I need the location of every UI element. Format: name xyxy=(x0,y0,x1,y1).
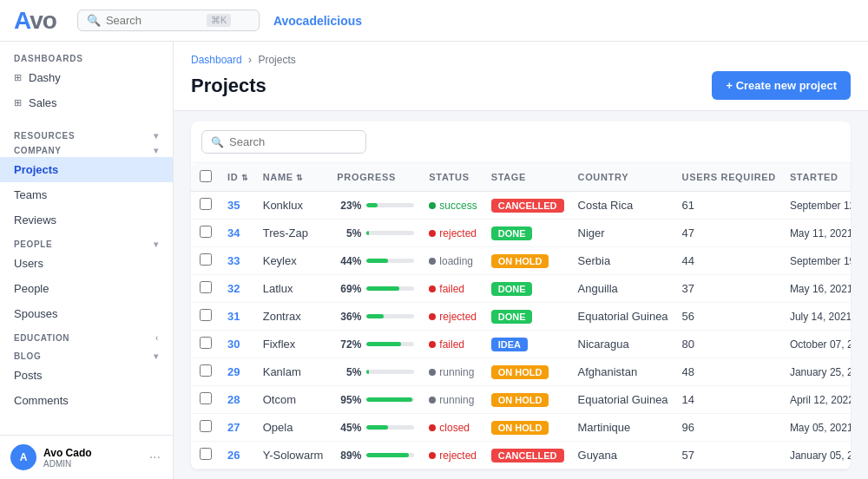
sidebar-item-label: Sales xyxy=(29,96,57,109)
id-link[interactable]: 34 xyxy=(227,226,240,240)
stage-cell: ON HOLD xyxy=(484,358,571,386)
row-checkbox[interactable] xyxy=(200,420,212,432)
progress-cell: 5% xyxy=(330,358,422,386)
started-cell: September 12, 2... xyxy=(783,192,851,220)
id-link[interactable]: 29 xyxy=(227,365,240,378)
country-cell: Afghanistan xyxy=(571,358,675,386)
chevron-icon-company[interactable]: ▾ xyxy=(154,146,159,155)
id-link[interactable]: 31 xyxy=(227,310,240,323)
users-required-cell: 48 xyxy=(675,358,783,386)
row-checkbox[interactable] xyxy=(200,309,212,321)
sort-icon: ⇅ xyxy=(241,174,249,182)
chevron-icon-people[interactable]: ▾ xyxy=(154,240,159,249)
section-label-resources: RESOURCES ▾ xyxy=(0,126,173,142)
name-cell: Tres-Zap xyxy=(256,220,331,247)
id-link[interactable]: 28 xyxy=(227,393,240,406)
subsection-label-people: PEOPLE ▾ xyxy=(0,233,173,251)
stage-cell: DONE xyxy=(484,303,571,331)
sidebar-item-dashy[interactable]: ⊞ Dashy xyxy=(0,65,173,90)
row-checkbox[interactable] xyxy=(200,448,212,460)
col-country: COUNTRY xyxy=(571,163,675,192)
subsection-label-company: COMPANY ▾ xyxy=(0,142,173,157)
progress-cell: 45% xyxy=(330,414,422,442)
country-cell: Nicaragua xyxy=(571,331,675,358)
country-cell: Equatorial Guinea xyxy=(571,386,675,414)
sidebar-section-dashboards: DASHBOARDS ⊞ Dashy ⊞ Sales xyxy=(0,42,173,122)
col-id[interactable]: ID ⇅ xyxy=(220,163,256,192)
started-cell: September 19, 2... xyxy=(783,247,851,275)
id-link[interactable]: 32 xyxy=(227,282,240,295)
users-required-cell: 44 xyxy=(675,247,783,275)
status-cell: failed xyxy=(422,331,483,358)
table-row: 35 Konklux 23% success CANCELLED Costa R… xyxy=(191,192,851,220)
table-row: 27 Opela 45% closed ON HOLD Martinique 9… xyxy=(191,414,851,442)
top-nav: Avo 🔍 ⌘K Avocadelicious xyxy=(0,0,868,42)
user-info: Avo Cado ADMIN xyxy=(43,447,141,469)
sidebar-item-projects[interactable]: Projects xyxy=(0,157,173,182)
id-link[interactable]: 27 xyxy=(227,421,240,434)
progress-cell: 23% xyxy=(330,192,422,220)
id-link[interactable]: 30 xyxy=(227,338,240,351)
name-cell: Latlux xyxy=(256,275,331,303)
sidebar-item-teams[interactable]: Teams xyxy=(0,182,173,207)
search-shortcut: ⌘K xyxy=(207,14,231,27)
row-checkbox[interactable] xyxy=(200,253,212,266)
breadcrumb: Dashboard › Projects xyxy=(191,54,851,66)
table-search-input[interactable] xyxy=(229,135,351,148)
id-link[interactable]: 33 xyxy=(227,254,240,267)
col-name[interactable]: NAME ⇅ xyxy=(256,163,331,192)
create-project-button[interactable]: + Create new project xyxy=(712,71,851,100)
country-cell: Niger xyxy=(571,220,675,247)
progress-cell: 72% xyxy=(330,331,422,358)
row-checkbox[interactable] xyxy=(200,281,212,293)
sidebar-item-label: Dashy xyxy=(29,71,61,84)
status-cell: rejected xyxy=(422,303,483,331)
sidebar-section-resources: RESOURCES ▾ COMPANY ▾ Projects Teams Rev… xyxy=(0,122,173,417)
status-cell: closed xyxy=(422,414,483,442)
id-link[interactable]: 26 xyxy=(227,449,240,462)
name-cell: Y-Solowarm xyxy=(256,442,331,469)
avatar: A xyxy=(10,444,36,470)
sidebar-item-comments[interactable]: Comments xyxy=(0,388,173,413)
table-row: 29 Kanlam 5% running ON HOLD Afghanistan… xyxy=(191,358,851,386)
chevron-left-icon[interactable]: ‹ xyxy=(155,333,159,343)
chevron-down-icon[interactable]: ▾ xyxy=(154,131,159,141)
id-link[interactable]: 35 xyxy=(227,199,240,212)
progress-cell: 89% xyxy=(330,442,422,469)
sidebar-item-people[interactable]: People xyxy=(0,276,173,301)
sidebar-item-posts[interactable]: Posts xyxy=(0,363,173,388)
row-checkbox[interactable] xyxy=(200,364,212,377)
stage-cell: DONE xyxy=(484,275,571,303)
sidebar-item-label: Users xyxy=(14,257,43,270)
more-options-button[interactable]: ··· xyxy=(148,448,162,467)
users-required-cell: 14 xyxy=(675,386,783,414)
users-required-cell: 47 xyxy=(675,220,783,247)
top-search-bar[interactable]: 🔍 ⌘K xyxy=(77,10,260,31)
status-cell: loading xyxy=(422,247,483,275)
table-row: 33 Keylex 44% loading ON HOLD Serbia 44 … xyxy=(191,247,851,275)
row-checkbox[interactable] xyxy=(200,392,212,404)
nav-link-avocadelicious[interactable]: Avocadelicious xyxy=(273,14,362,28)
grid-icon: ⊞ xyxy=(14,72,22,83)
search-input[interactable] xyxy=(106,14,201,27)
sidebar-item-spouses[interactable]: Spouses xyxy=(0,301,173,326)
sidebar-item-sales[interactable]: ⊞ Sales xyxy=(0,90,173,115)
breadcrumb-dashboard[interactable]: Dashboard xyxy=(191,54,242,66)
table-search-bar[interactable]: 🔍 xyxy=(201,130,366,154)
progress-cell: 36% xyxy=(330,303,422,331)
select-all-checkbox[interactable] xyxy=(200,170,212,182)
country-cell: Equatorial Guinea xyxy=(571,303,675,331)
chevron-icon-blog[interactable]: ▾ xyxy=(154,351,159,361)
page-title: Projects xyxy=(191,75,266,97)
sidebar-item-users[interactable]: Users xyxy=(0,251,173,276)
row-checkbox[interactable] xyxy=(200,198,212,210)
row-checkbox[interactable] xyxy=(200,226,212,238)
progress-cell: 5% xyxy=(330,220,422,247)
breadcrumb-current: Projects xyxy=(258,54,295,66)
sidebar: DASHBOARDS ⊞ Dashy ⊞ Sales RESOURCES ▾ C… xyxy=(0,42,174,479)
progress-cell: 69% xyxy=(330,275,422,303)
stage-cell: CANCELLED xyxy=(484,442,571,469)
stage-cell: DONE xyxy=(484,220,571,247)
sidebar-item-reviews[interactable]: Reviews xyxy=(0,207,173,233)
row-checkbox[interactable] xyxy=(200,337,212,349)
